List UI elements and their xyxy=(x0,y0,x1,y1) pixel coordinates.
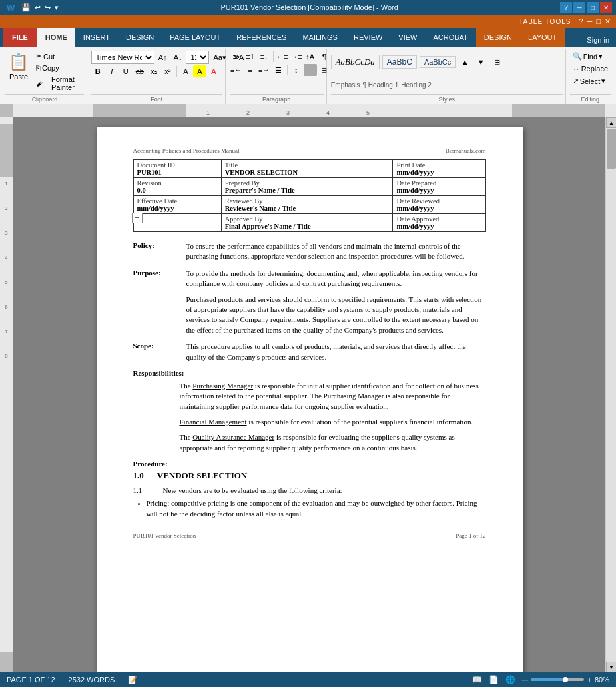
sub1-num: 1.1 xyxy=(133,486,153,494)
status-right: 📖 📄 🌐 ─ + 80% xyxy=(472,675,609,685)
align-center-button[interactable]: ≡ xyxy=(244,64,257,76)
justify-button[interactable]: ☰ xyxy=(272,64,285,76)
tab-design2[interactable]: DESIGN xyxy=(476,28,520,47)
responsibilities-content: The Purchasing Manager is responsible fo… xyxy=(133,381,486,453)
sort-button[interactable]: ↕A xyxy=(304,51,317,63)
align-right-button[interactable]: ≡→ xyxy=(258,64,271,76)
decrease-indent-button[interactable]: ←≡ xyxy=(276,51,289,63)
status-bar: PAGE 1 OF 12 2532 WORDS 📝 📖 📄 🌐 ─ + 80% xyxy=(0,672,616,687)
tab-acrobat[interactable]: ACROBAT xyxy=(425,28,475,47)
scroll-up-button[interactable]: ▲ xyxy=(606,117,616,128)
vertical-scrollbar[interactable]: ▲ ▼ xyxy=(605,117,616,672)
web-layout-button[interactable]: 🌐 xyxy=(505,675,515,684)
resp-para-2: Financial Management is responsible for … xyxy=(180,417,486,427)
sign-in-link[interactable]: Sign in xyxy=(580,33,616,47)
font-size-selector[interactable]: 12 xyxy=(186,51,209,64)
quick-access-save[interactable]: 💾 xyxy=(21,3,31,12)
table-row: Approved By Final Approve's Name / Title… xyxy=(133,214,485,232)
effective-date-cell: Effective Date mm/dd/yyyy xyxy=(133,196,221,214)
font-name-selector[interactable]: Times New Ro xyxy=(91,51,154,64)
quick-access-redo[interactable]: ↪ xyxy=(45,3,51,12)
tab-layout[interactable]: LAYOUT xyxy=(520,28,565,47)
paste-button[interactable]: 📋 Paste xyxy=(5,51,32,83)
cut-button[interactable]: ✂ Cut xyxy=(33,51,84,62)
date-reviewed-label: Date Reviewed xyxy=(396,197,481,205)
font-color-button[interactable]: A xyxy=(207,65,220,77)
format-painter-button[interactable]: 🖌 Format Painter xyxy=(33,74,84,93)
date-approved-label: Date Approved xyxy=(396,215,481,223)
tab-review[interactable]: REVIEW xyxy=(346,28,390,47)
underline-button[interactable]: U xyxy=(119,65,133,77)
effective-date-value: mm/dd/yyyy xyxy=(137,205,218,212)
revision-cell: Revision 0.0 xyxy=(133,178,221,196)
scroll-thumb[interactable] xyxy=(607,129,616,169)
window-close-icon[interactable]: ✕ xyxy=(605,17,611,26)
close-button[interactable]: ✕ xyxy=(600,2,612,13)
title-bar: W 💾 ↩ ↪ ▾ PUR101 Vendor Selection [Compa… xyxy=(0,0,616,15)
bullets-button[interactable]: ≡• xyxy=(230,51,243,63)
scope-label: Scope: xyxy=(133,342,180,362)
multilevel-list-button[interactable]: ≡↓ xyxy=(258,51,271,63)
tab-insert[interactable]: INSERT xyxy=(75,28,118,47)
paragraph-group: ≡• ≡1 ≡↓ ←≡ →≡ ↕A ¶ ≡← ≡ ≡→ ☰ ↕ ⊞ Paragr… xyxy=(227,49,327,104)
print-date-value: mm/dd/yyyy xyxy=(396,169,481,176)
grow-font-button[interactable]: A↑ xyxy=(156,52,170,63)
page-container[interactable]: Accounting Policies and Procedures Manua… xyxy=(13,117,605,672)
title-cell: Title VENDOR SELECTION xyxy=(221,160,393,178)
replace-button[interactable]: ↔ Replace xyxy=(570,63,611,74)
help-button[interactable]: ? xyxy=(560,2,572,13)
select-button[interactable]: ↗ Select ▾ xyxy=(570,75,609,87)
bold-button[interactable]: B xyxy=(91,65,105,77)
document-table: Document ID PUR101 Title VENDOR SELECTIO… xyxy=(133,159,486,232)
subscript-button[interactable]: x₂ xyxy=(147,65,160,77)
heading1-style[interactable]: AaBbC xyxy=(382,55,417,69)
prepared-by-cell: Prepared By Preparer's Name / Title xyxy=(221,178,393,196)
superscript-button[interactable]: x² xyxy=(161,65,174,77)
window-restore-icon[interactable]: □ xyxy=(596,17,601,25)
strikethrough-button[interactable]: ab xyxy=(133,65,147,77)
tab-view[interactable]: VIEW xyxy=(390,28,425,47)
help-icon[interactable]: ? xyxy=(579,17,583,25)
minimize-button[interactable]: ─ xyxy=(573,2,585,13)
read-mode-button[interactable]: 📖 xyxy=(472,675,482,684)
zoom-out-button[interactable]: ─ xyxy=(522,675,528,685)
scroll-down-button[interactable]: ▼ xyxy=(606,662,616,672)
numbering-button[interactable]: ≡1 xyxy=(244,51,257,63)
approved-by-label: Approved By xyxy=(225,215,390,223)
styles-expand[interactable]: ⊞ xyxy=(490,56,503,68)
shading-button[interactable] xyxy=(304,64,317,76)
tab-mailings[interactable]: MAILINGS xyxy=(294,28,346,47)
zoom-slider[interactable] xyxy=(531,678,584,681)
quick-access-undo[interactable]: ↩ xyxy=(35,3,41,12)
styles-scroll-down[interactable]: ▼ xyxy=(474,56,487,68)
copy-button[interactable]: ⎘ Copy xyxy=(33,63,84,73)
footer-right: Page 1 of 12 xyxy=(456,532,485,539)
line-spacing-button[interactable]: ↕ xyxy=(290,64,303,76)
shrink-font-button[interactable]: A↓ xyxy=(171,52,185,63)
tab-design[interactable]: DESIGN xyxy=(118,28,162,47)
align-left-button[interactable]: ≡← xyxy=(230,64,243,76)
table-add-button[interactable]: + xyxy=(132,213,143,223)
window-minimize-icon[interactable]: ─ xyxy=(587,17,593,25)
emphasis-style[interactable]: AaBbCcDa xyxy=(331,55,380,69)
restore-button[interactable]: □ xyxy=(587,2,599,13)
para-label: Paragraph xyxy=(230,94,324,103)
styles-scroll-up[interactable]: ▲ xyxy=(458,56,471,68)
tab-references[interactable]: REFERENCES xyxy=(228,28,294,47)
word-icon: W xyxy=(4,3,17,13)
text-effects-button[interactable]: A xyxy=(179,65,192,77)
tab-page-layout[interactable]: PAGE LAYOUT xyxy=(162,28,228,47)
print-layout-button[interactable]: 📄 xyxy=(489,675,499,684)
tab-home[interactable]: HOME xyxy=(37,28,75,47)
cut-icon: ✂ xyxy=(36,52,42,61)
increase-indent-button[interactable]: →≡ xyxy=(290,51,303,63)
date-reviewed-value: mm/dd/yyyy xyxy=(396,205,481,212)
highlight-button[interactable]: A xyxy=(193,65,206,77)
find-button[interactable]: 🔍 Find ▾ xyxy=(570,51,605,62)
tab-file[interactable]: FILE xyxy=(3,28,37,47)
heading2-style[interactable]: AaBbCc xyxy=(420,56,456,68)
zoom-in-button[interactable]: + xyxy=(587,675,592,685)
italic-button[interactable]: I xyxy=(105,65,119,77)
main-area: 12345678 Accounting Policies and Procedu… xyxy=(0,117,616,672)
scroll-track[interactable] xyxy=(606,128,616,662)
